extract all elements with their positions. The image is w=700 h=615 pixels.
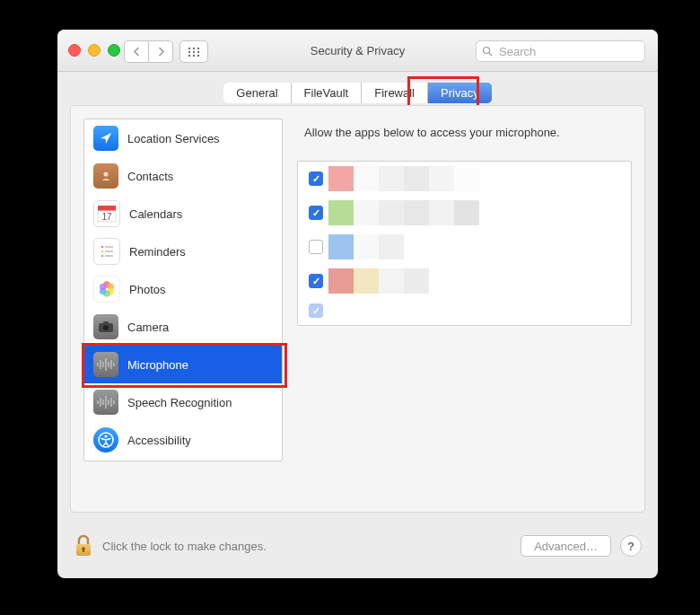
tab-firewall[interactable]: Firewall — [362, 83, 428, 103]
sidebar-item-contacts[interactable]: Contacts — [84, 157, 282, 195]
lock-hint-text: Click the lock to make changes. — [102, 540, 267, 553]
svg-point-17 — [101, 250, 104, 253]
sidebar-item-label: Accessibility — [127, 434, 191, 447]
sidebar-item-accessibility[interactable]: Accessibility — [84, 421, 282, 459]
chevron-right-icon — [157, 47, 165, 57]
sidebar-item-speech-recognition[interactable]: Speech Recognition — [84, 383, 282, 421]
svg-point-4 — [193, 50, 195, 52]
location-icon — [93, 126, 118, 151]
app-row[interactable] — [298, 196, 631, 230]
svg-point-9 — [484, 48, 490, 54]
svg-rect-48 — [83, 549, 84, 552]
reminders-icon — [93, 238, 120, 265]
search-input[interactable] — [497, 44, 626, 59]
tab-general[interactable]: General — [223, 83, 291, 103]
advanced-button[interactable]: Advanced… — [521, 535, 611, 557]
search-icon — [482, 46, 493, 57]
microphone-icon — [93, 352, 118, 377]
grid-icon — [188, 47, 200, 57]
svg-point-45 — [105, 435, 108, 438]
sidebar-item-location-services[interactable]: Location Services — [84, 119, 282, 157]
app-permission-list[interactable] — [297, 161, 632, 326]
content-pane: Allow the apps below to access your micr… — [297, 119, 632, 499]
app-checkbox[interactable] — [309, 171, 323, 186]
sidebar-item-label: Contacts — [127, 170, 173, 183]
svg-point-11 — [103, 171, 108, 176]
svg-point-28 — [103, 325, 109, 330]
app-checkbox[interactable] — [309, 206, 323, 220]
svg-rect-18 — [105, 250, 113, 252]
lock-icon — [74, 534, 93, 558]
svg-point-5 — [197, 50, 199, 52]
back-button[interactable] — [124, 40, 149, 63]
svg-point-3 — [188, 50, 190, 52]
app-checkbox[interactable] — [309, 274, 323, 288]
window-controls — [68, 44, 120, 57]
sidebar-item-label: Photos — [129, 283, 165, 296]
close-window-button[interactable] — [68, 44, 81, 57]
sidebar-item-label: Reminders — [129, 245, 186, 259]
redacted-app-label — [328, 234, 429, 259]
sidebar-item-label: Calendars — [129, 207, 182, 221]
footer: Click the lock to make changes. Advanced… — [74, 530, 642, 562]
sidebar-item-photos[interactable]: Photos — [84, 270, 282, 308]
svg-rect-20 — [105, 255, 113, 257]
photos-icon — [93, 276, 120, 303]
privacy-category-sidebar: Location Services Contacts 17 Calendars — [83, 119, 283, 461]
redacted-app-label — [328, 268, 454, 294]
tab-privacy[interactable]: Privacy — [428, 83, 492, 103]
app-row[interactable] — [298, 298, 631, 323]
svg-point-0 — [188, 47, 190, 48]
app-row[interactable] — [298, 264, 631, 298]
sidebar-item-label: Microphone — [127, 358, 188, 372]
speech-icon — [93, 390, 118, 415]
svg-rect-12 — [98, 206, 116, 211]
svg-point-19 — [101, 255, 104, 258]
help-button[interactable]: ? — [620, 535, 642, 557]
redacted-app-label — [328, 166, 504, 191]
preferences-window: Security & Privacy General FileVault Fir… — [57, 30, 658, 578]
svg-point-26 — [100, 284, 107, 291]
sidebar-item-microphone[interactable]: Microphone — [84, 346, 282, 383]
nav-back-forward — [124, 40, 173, 63]
svg-point-8 — [197, 54, 199, 56]
show-all-button[interactable] — [179, 40, 208, 63]
svg-point-7 — [193, 54, 195, 56]
calendar-icon: 17 — [93, 200, 120, 227]
svg-point-6 — [188, 54, 190, 56]
app-checkbox[interactable] — [309, 303, 323, 318]
tab-filevault[interactable]: FileVault — [292, 83, 363, 103]
contacts-icon — [93, 163, 118, 189]
svg-rect-16 — [105, 246, 113, 248]
sidebar-item-calendars[interactable]: 17 Calendars — [84, 195, 282, 233]
sidebar-item-camera[interactable]: Camera — [84, 308, 282, 346]
app-row[interactable] — [298, 230, 631, 264]
accessibility-icon — [93, 427, 118, 452]
camera-icon — [93, 314, 118, 339]
sidebar-item-reminders[interactable]: Reminders — [84, 233, 282, 270]
app-row[interactable] — [298, 162, 631, 196]
sidebar-item-label: Location Services — [127, 132, 220, 145]
svg-rect-29 — [103, 321, 109, 324]
redacted-app-label — [328, 200, 504, 225]
titlebar: Security & Privacy — [57, 30, 658, 72]
svg-line-10 — [489, 53, 492, 56]
sidebar-item-label: Camera — [127, 321, 169, 334]
forward-button[interactable] — [149, 40, 173, 63]
svg-point-1 — [193, 47, 195, 48]
minimize-window-button[interactable] — [88, 44, 101, 57]
pane-body: Location Services Contacts 17 Calendars — [70, 105, 645, 513]
svg-point-2 — [197, 47, 199, 48]
content-description: Allow the apps below to access your micr… — [297, 119, 632, 139]
chevron-left-icon — [133, 47, 141, 57]
svg-text:17: 17 — [101, 212, 112, 222]
sidebar-item-label: Speech Recognition — [127, 396, 232, 409]
search-field[interactable] — [476, 40, 645, 62]
zoom-window-button[interactable] — [108, 44, 120, 57]
lock-button[interactable] — [74, 534, 93, 558]
app-checkbox[interactable] — [309, 240, 323, 254]
svg-point-15 — [101, 246, 104, 249]
